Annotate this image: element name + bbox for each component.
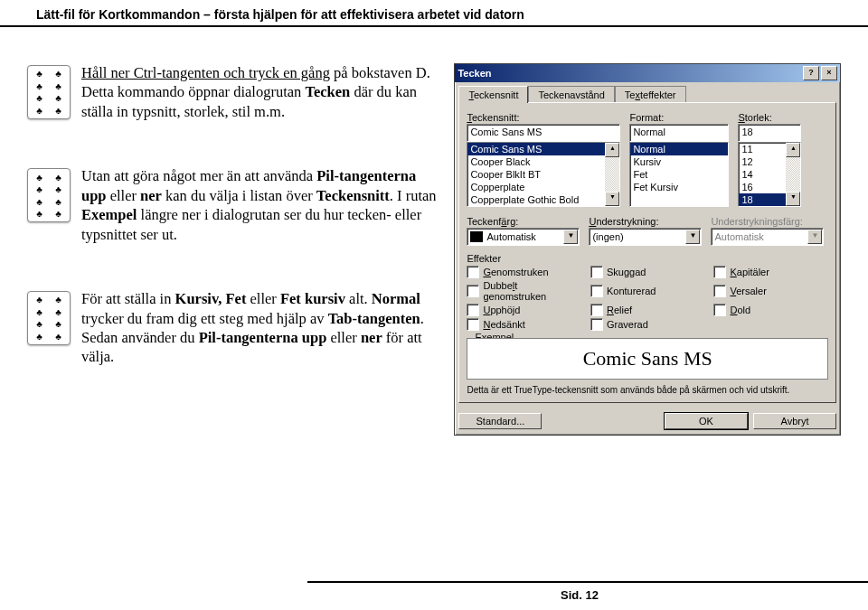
ulcolor-combo: Automatisk ▼ (711, 228, 824, 246)
page-number: Sid. 12 (561, 588, 599, 602)
text: För att ställa in (81, 290, 175, 307)
combo-value: (ingen) (592, 230, 623, 243)
checkbox-icon (590, 304, 603, 316)
ulcolor-label: Understrykningsfärg: (711, 216, 824, 227)
tab-font[interactable]: Teckensnitt (458, 86, 528, 103)
text: ner (140, 187, 162, 204)
effects-grid: Genomstruken Skuggad Kapitäler Dubbelt g… (467, 266, 828, 331)
checkbox-icon (467, 266, 479, 278)
format-input[interactable]: Normal (629, 124, 729, 142)
underline-label: Understrykning: (589, 216, 702, 227)
left-column: ♣♣♣♣♣♣♣♣ Håll ner Ctrl-tangenten och try… (27, 63, 454, 436)
text: trycker du fram dig ett steg med hjälp a… (81, 310, 328, 327)
font-listbox[interactable]: Comic Sans MS Cooper Black Cooper BlkIt … (467, 142, 620, 207)
text: Håll ner Ctrl-tangenten och tryck en gån… (81, 64, 330, 81)
paragraph-2: Utan att göra något mer än att använda P… (81, 166, 440, 244)
dialog-buttons: Standard... OK Avbryt (455, 408, 840, 435)
checkbox-engrave[interactable]: Graverad (590, 318, 705, 331)
page-footer: Sid. 12 (0, 581, 868, 603)
chevron-down-icon[interactable]: ▼ (563, 230, 578, 244)
content: ♣♣♣♣♣♣♣♣ Håll ner Ctrl-tangenten och try… (0, 27, 868, 445)
titlebar[interactable]: Tecken ? × (455, 64, 840, 82)
instruction-block-3: ♣♣♣♣♣♣♣♣ För att ställa in Kursiv, Fet e… (27, 289, 440, 367)
checkbox-strikethrough[interactable]: Genomstruken (467, 266, 581, 278)
scrollbar[interactable]: ▲ ▼ (605, 143, 619, 206)
combo-value: Automatisk (486, 230, 535, 243)
tabstrip: Teckensnitt Teckenavstånd Texteffekter (455, 82, 840, 103)
help-button[interactable]: ? (803, 66, 819, 80)
list-item[interactable]: Copperplate Gothic Bold (467, 193, 619, 206)
close-button[interactable]: × (821, 66, 837, 80)
checkbox-icon (590, 285, 603, 297)
checkbox-icon (467, 285, 479, 297)
list-item[interactable]: Fet Kursiv (630, 181, 728, 193)
checkbox-shadow[interactable]: Skuggad (590, 266, 705, 278)
cancel-button[interactable]: Avbryt (753, 413, 836, 429)
list-item[interactable]: Comic Sans MS (467, 143, 619, 155)
font-description: Detta är ett TrueType-teckensnitt som an… (467, 385, 828, 395)
text: ner (361, 329, 382, 346)
text: Tab-tangenten (328, 310, 420, 327)
fontcolor-combo[interactable]: Automatisk ▼ (467, 228, 580, 246)
color-swatch-icon (470, 231, 483, 242)
scroll-up-icon[interactable]: ▲ (605, 143, 619, 157)
fontcolor-label: Teckenfärg: (467, 216, 580, 227)
playing-card-icon: ♣♣♣♣♣♣♣♣ (27, 291, 71, 345)
effects-label: Effekter (467, 253, 828, 264)
size-input[interactable]: 18 (738, 124, 801, 142)
font-input[interactable]: Comic Sans MS (467, 124, 620, 142)
scroll-down-icon[interactable]: ▼ (605, 192, 619, 206)
checkbox-emboss[interactable]: Relief (590, 304, 705, 316)
tab-effects[interactable]: Texteffekter (615, 86, 686, 103)
font-dialog: Tecken ? × Teckensnitt Teckenavstånd Tex… (454, 63, 841, 436)
instruction-block-2: ♣♣♣♣♣♣♣♣ Utan att göra något mer än att … (27, 166, 440, 244)
text: Pil-tangenterna upp (199, 329, 327, 346)
list-item[interactable]: Cooper BlkIt BT (467, 168, 619, 181)
checkbox-icon (467, 304, 479, 316)
example-preview: Comic Sans MS (467, 338, 828, 380)
default-button[interactable]: Standard... (458, 413, 542, 429)
list-item[interactable]: Normal (630, 143, 728, 155)
text: Teckensnitt (316, 187, 390, 204)
scroll-up-icon[interactable]: ▲ (786, 143, 800, 157)
page-header: Lätt-fil för Kortkommandon – första hjäl… (0, 0, 868, 27)
ok-button[interactable]: OK (665, 413, 748, 429)
checkbox-doublestrike[interactable]: Dubbelt genomstruken (467, 280, 581, 302)
tab-spacing[interactable]: Teckenavstånd (528, 86, 614, 103)
list-item[interactable]: Copperplate (467, 181, 619, 193)
scroll-down-icon[interactable]: ▼ (786, 192, 800, 206)
checkbox-icon (467, 318, 479, 331)
checkbox-hidden[interactable]: Dold (713, 304, 828, 316)
size-listbox[interactable]: 11 12 14 16 18 ▲ ▼ (738, 142, 801, 207)
size-label: Storlek: (738, 112, 801, 123)
text: Tecken (305, 83, 350, 100)
text: eller (326, 329, 361, 346)
tab-panel: Teckensnitt: Comic Sans MS Comic Sans MS… (458, 102, 836, 403)
checkbox-subscript[interactable]: Nedsänkt (467, 318, 581, 331)
chevron-down-icon[interactable]: ▼ (685, 230, 700, 244)
underline-combo[interactable]: (ingen) ▼ (589, 228, 702, 246)
playing-card-icon: ♣♣♣♣♣♣♣♣ (27, 168, 71, 222)
text: Utan att göra något mer än att använda (81, 167, 316, 184)
list-item[interactable]: Kursiv (630, 155, 728, 168)
right-column: Tecken ? × Teckensnitt Teckenavstånd Tex… (454, 63, 841, 436)
chevron-down-icon: ▼ (807, 230, 822, 244)
format-listbox[interactable]: Normal Kursiv Fet Fet Kursiv (629, 142, 729, 207)
text: Kursiv, Fet (175, 290, 247, 307)
checkbox-icon (590, 266, 603, 278)
checkbox-smallcaps[interactable]: Kapitäler (713, 266, 828, 278)
list-item[interactable]: Fet (630, 168, 728, 181)
text: . I rutan (390, 187, 437, 204)
text: Exempel (81, 206, 137, 223)
scrollbar[interactable]: ▲ ▼ (786, 143, 800, 206)
checkbox-superscript[interactable]: Upphöjd (467, 304, 581, 316)
text: alt. (345, 290, 372, 307)
instruction-block-1: ♣♣♣♣♣♣♣♣ Håll ner Ctrl-tangenten och try… (27, 63, 440, 121)
checkbox-allcaps[interactable]: Versaler (713, 280, 828, 302)
combo-value: Automatisk (714, 230, 763, 243)
list-item[interactable]: Cooper Black (467, 155, 619, 168)
playing-card-icon: ♣♣♣♣♣♣♣♣ (27, 65, 71, 119)
paragraph-3: För att ställa in Kursiv, Fet eller Fet … (81, 289, 440, 367)
text: eller (246, 290, 280, 307)
checkbox-outline[interactable]: Konturerad (590, 280, 705, 302)
